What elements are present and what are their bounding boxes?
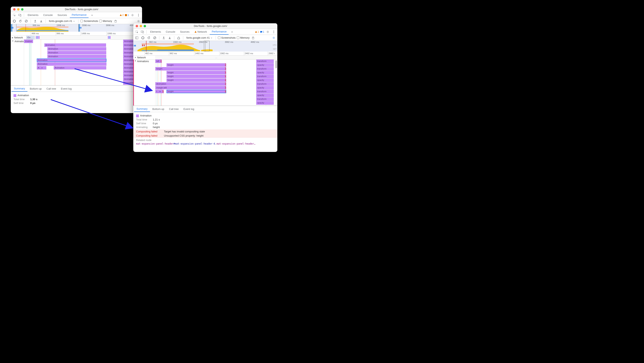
titlebar[interactable]: DevTools - fonts.google.com/ [11, 7, 142, 12]
reload-button[interactable] [146, 36, 151, 40]
flame-bar[interactable]: Animation [47, 47, 106, 51]
overview-minimap[interactable]: ▮▮ 982 ms 1982 ms 2982 ms 3982 ms 4982 m… [133, 41, 277, 52]
tab-eventlog[interactable]: Event log [58, 86, 74, 92]
messages-badge[interactable]: 1 [260, 31, 264, 33]
pause-icon[interactable]: ▮▮ [11, 27, 14, 29]
tab-calltree[interactable]: Call tree [44, 86, 58, 92]
pause-icon[interactable]: ▮▮ [134, 44, 136, 47]
tab-more[interactable]: » [230, 29, 235, 35]
flame-bar[interactable]: Animation [37, 62, 106, 66]
garbage-collect-icon[interactable] [113, 19, 118, 24]
memory-checkbox[interactable]: Memory [237, 36, 250, 39]
close-icon[interactable] [136, 25, 138, 27]
flame-bar[interactable]: height [166, 75, 226, 78]
warnings-badge[interactable]: 2 [120, 14, 124, 17]
device-toolbar-icon[interactable] [18, 13, 22, 18]
minimize-icon[interactable] [17, 8, 20, 11]
close-icon[interactable] [13, 8, 16, 11]
pause-icon[interactable]: ▮▮ [79, 27, 82, 29]
flame-bar-side[interactable]: transform [256, 90, 274, 93]
flame-bar-side[interactable]: transform [256, 67, 274, 71]
tab-network[interactable]: Network [192, 29, 209, 35]
flame-bar-side[interactable]: opacity [256, 79, 274, 82]
related-node[interactable]: mat-expansion-panel-header#mat-expansion… [136, 142, 274, 145]
tab-console[interactable]: Console [41, 12, 55, 18]
warnings-badge[interactable]: 1 [255, 31, 259, 33]
flame-bar[interactable]: Animation [37, 59, 106, 62]
time-ruler[interactable]: 482 ms 982 ms 1482 ms 1982 ms 2482 ms 29… [133, 52, 277, 56]
flame-bar[interactable]: height [166, 90, 226, 93]
flame-bar[interactable]: height [166, 71, 226, 74]
device-toolbar-icon[interactable] [140, 30, 145, 34]
settings-icon[interactable] [266, 30, 270, 34]
tab-summary[interactable]: Summary [12, 86, 28, 92]
flame-bar[interactable]: A…n [37, 66, 46, 70]
flame-bar[interactable]: Animation [54, 66, 106, 70]
settings-icon[interactable] [130, 13, 135, 18]
more-icon[interactable] [271, 30, 276, 34]
tab-performance[interactable]: Performance [210, 29, 228, 35]
flame-bar-side[interactable]: opacity [256, 63, 274, 67]
tab-elements[interactable]: Elements [148, 29, 163, 35]
home-icon[interactable] [176, 36, 181, 40]
tab-bottomup[interactable]: Bottom-up [150, 106, 167, 112]
flame-bar[interactable]: Animation [44, 44, 106, 47]
flame-bar-side[interactable]: opacity [256, 101, 274, 105]
record-button[interactable] [140, 36, 145, 40]
flame-bar-side[interactable]: opacity [256, 86, 274, 90]
flame-bar[interactable]: height [156, 67, 226, 71]
tab-summary[interactable]: Summary [134, 106, 150, 112]
dock-icon[interactable] [134, 36, 139, 40]
issues-badge[interactable]: 1 [125, 14, 129, 17]
screenshots-checkbox[interactable]: Screenshots [218, 36, 236, 39]
maximize-icon[interactable] [144, 25, 146, 27]
reload-button[interactable] [18, 19, 23, 24]
maximize-icon[interactable] [21, 8, 24, 11]
flame-bar[interactable]: Animation [47, 51, 106, 54]
flame-bar[interactable]: Animation [47, 55, 106, 58]
panel-settings-icon[interactable] [136, 19, 141, 24]
tab-more[interactable]: » [89, 12, 95, 18]
more-icon[interactable] [136, 13, 141, 18]
download-icon[interactable] [167, 36, 172, 40]
tab-calltree[interactable]: Call tree [167, 106, 181, 112]
tab-console[interactable]: Console [164, 29, 177, 35]
garbage-collect-icon[interactable] [251, 36, 256, 40]
disclosure-icon[interactable]: ▼ [12, 40, 14, 42]
flame-bar[interactable]: height [166, 63, 226, 67]
flame-bar[interactable]: height [166, 79, 226, 82]
flame-bar[interactable]: Animation [156, 82, 226, 86]
upload-icon[interactable] [33, 19, 38, 24]
tab-sources[interactable]: Sources [56, 12, 69, 18]
inspect-icon[interactable] [134, 30, 139, 34]
flame-bar[interactable]: margin-left [156, 86, 226, 89]
network-chip[interactable]: tSe… [26, 36, 34, 39]
memory-checkbox[interactable]: Memory [99, 20, 112, 23]
clear-button[interactable] [24, 19, 29, 24]
clear-button[interactable] [152, 36, 157, 40]
recording-select[interactable]: fonts.google.com #1 [185, 36, 214, 39]
tab-bottomup[interactable]: Bottom-up [28, 86, 44, 92]
disclosure-icon[interactable]: ▶ [12, 37, 13, 39]
tab-sources[interactable]: Sources [178, 29, 192, 35]
disclosure-icon[interactable]: ▼ [134, 57, 136, 59]
recording-select[interactable]: fonts.google.com #1 [48, 20, 76, 23]
record-button[interactable] [12, 19, 17, 24]
flame-bar-side[interactable]: transform [256, 60, 274, 63]
flame-bar-side[interactable]: transform [256, 97, 274, 101]
flame-bar-anim[interactable]: imation [24, 40, 33, 43]
screenshots-checkbox[interactable]: Screenshots [80, 20, 98, 23]
upload-icon[interactable] [161, 36, 166, 40]
time-ruler[interactable]: 496 ms 996 ms 1496 ms 1996 ms 249 [11, 32, 142, 36]
flame-bar-side[interactable]: transform [256, 75, 274, 78]
scrollbar[interactable] [275, 60, 277, 106]
flame-bar-side[interactable]: opacity [256, 71, 274, 75]
overview-minimap[interactable]: ▮▮ ▮▮ 996 ms 1996 ms 2996 ms 3996 ms 499… [11, 24, 142, 32]
tab-performance[interactable]: Performance [70, 12, 88, 18]
download-icon[interactable] [39, 19, 44, 24]
inspect-icon[interactable] [12, 13, 17, 18]
titlebar[interactable]: DevTools - fonts.google.com/ [133, 23, 277, 29]
minimize-icon[interactable] [140, 25, 142, 27]
flame-bar-side[interactable]: opacity [256, 94, 274, 97]
panel-settings-icon[interactable] [271, 36, 276, 40]
